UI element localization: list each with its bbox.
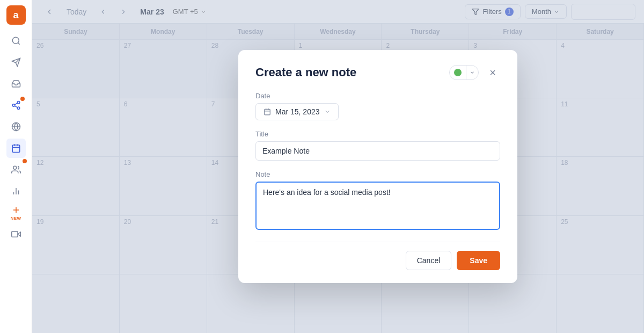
sidebar-chart[interactable] — [6, 182, 26, 201]
status-indicator[interactable] — [449, 65, 479, 80]
sidebar-social[interactable] — [6, 96, 26, 115]
sidebar-inbox[interactable] — [6, 74, 26, 93]
sidebar: a NEW — [0, 0, 32, 333]
title-input[interactable] — [255, 141, 500, 161]
svg-line-7 — [14, 103, 17, 105]
date-field-group: Date Mar 15, 2023 — [255, 92, 500, 120]
new-label: NEW — [10, 216, 21, 221]
save-btn[interactable]: Save — [457, 251, 500, 270]
app-logo: a — [6, 5, 26, 25]
note-label: Note — [255, 170, 500, 178]
sidebar-people[interactable] — [6, 160, 26, 179]
svg-point-3 — [17, 102, 20, 104]
status-dot — [454, 69, 462, 76]
create-note-modal: Create a new note × Date Mar 15, 2023 Ti… — [238, 50, 517, 283]
title-field-group: Title — [255, 130, 500, 161]
svg-marker-20 — [18, 232, 20, 236]
date-label: Date — [255, 92, 500, 100]
status-chevron-btn[interactable] — [466, 65, 478, 80]
modal-header: Create a new note × — [255, 65, 500, 80]
date-chevron-icon — [324, 108, 331, 115]
svg-point-4 — [12, 104, 15, 107]
date-picker-btn[interactable]: Mar 15, 2023 — [255, 103, 339, 120]
modal-close-btn[interactable]: × — [485, 65, 500, 80]
sidebar-send[interactable] — [6, 53, 26, 72]
date-value: Mar 15, 2023 — [275, 107, 320, 116]
svg-point-14 — [13, 166, 16, 169]
modal-title: Create a new note — [255, 66, 443, 79]
svg-line-6 — [14, 106, 17, 107]
sidebar-globe[interactable] — [6, 117, 26, 136]
modal-footer: Cancel Save — [255, 242, 500, 270]
svg-rect-10 — [12, 145, 20, 153]
sidebar-search[interactable] — [6, 31, 26, 50]
svg-rect-23 — [265, 109, 270, 115]
cancel-btn[interactable]: Cancel — [406, 251, 452, 270]
calendar-icon — [264, 108, 271, 115]
svg-point-5 — [17, 107, 20, 110]
svg-point-0 — [12, 37, 19, 44]
note-field-group: Note — [255, 170, 500, 232]
sidebar-media[interactable] — [6, 225, 26, 244]
status-dot-btn[interactable] — [450, 69, 466, 76]
note-textarea[interactable] — [255, 182, 500, 230]
title-label: Title — [255, 130, 500, 138]
sidebar-new[interactable]: NEW — [6, 203, 26, 222]
svg-rect-21 — [11, 231, 17, 237]
sidebar-calendar[interactable] — [6, 139, 26, 158]
